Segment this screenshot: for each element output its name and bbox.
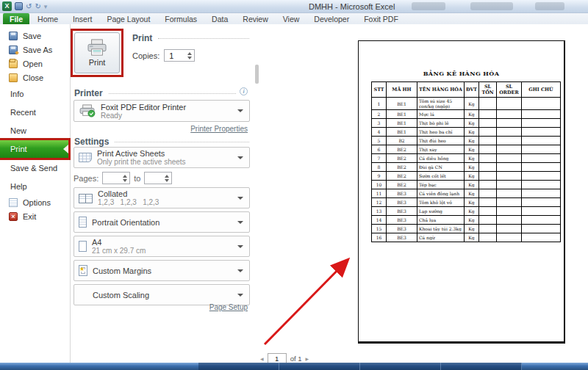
cell-sl-order — [497, 145, 522, 154]
printer-info-icon[interactable]: i — [240, 87, 248, 95]
excel-logo-icon[interactable]: X — [2, 1, 12, 11]
sidebar-item-help[interactable]: Help — [0, 177, 70, 195]
cell-ten-hang-hoa: Tôm sú size 45 con/kg (ngộp) — [417, 98, 465, 110]
sidebar-item-options[interactable]: Options — [0, 195, 70, 209]
table-row: 9 BE2 Sườn cốt lết Kg — [372, 172, 561, 181]
cell-stt: 1 — [372, 98, 387, 110]
page-count-label: of 1 — [290, 355, 302, 363]
next-page-icon[interactable]: ▶ — [305, 356, 309, 361]
cell-stt: 15 — [372, 225, 387, 233]
cell-stt: 5 — [372, 137, 387, 145]
cell-ghi-chu — [522, 98, 561, 110]
pages-to-stepper[interactable] — [144, 172, 172, 184]
sidebar-item-close[interactable]: Close — [0, 70, 70, 84]
paper-size-dropdown[interactable]: A4 21 cm x 29.7 cm — [74, 236, 250, 257]
settings-dropdown-list: Collated 1,2,3 1,2,3 1,2,3 Portrait Orie… — [74, 187, 250, 308]
tab-file[interactable]: File — [3, 13, 29, 24]
sidebar-item-info[interactable]: Info — [0, 84, 70, 103]
qat-customize-icon[interactable]: ▾ — [44, 3, 48, 10]
table-header-cell: GHI CHÚ — [522, 82, 561, 98]
collation-dropdown[interactable]: Collated 1,2,3 1,2,3 1,2,3 — [74, 187, 250, 208]
printer-select[interactable]: Foxit PDF Editor Printer Ready — [74, 100, 250, 122]
scaling-dropdown[interactable]: Custom Scaling — [74, 284, 250, 305]
cell-ten-hang-hoa: Thịt heo ba chỉ — [417, 128, 465, 137]
tab-page-layout[interactable]: Page Layout — [100, 13, 157, 24]
printer-status: Ready — [101, 112, 233, 120]
chevron-down-icon — [237, 294, 243, 297]
spinner-arrows-icon[interactable] — [165, 175, 169, 182]
tab-developer[interactable]: Developer — [307, 13, 356, 24]
sidebar-item-new[interactable]: New — [0, 121, 70, 139]
quick-access-toolbar: X ↺ ↻ ▾ — [2, 1, 47, 11]
active-sheets-icon — [79, 153, 92, 162]
print-button-annotation: Print — [71, 29, 123, 77]
margins-dropdown[interactable]: Custom Margins — [74, 260, 250, 281]
print-button[interactable]: Print — [74, 32, 120, 73]
cell-ghi-chu — [522, 233, 561, 242]
cell-dvt: Kg — [465, 233, 479, 242]
cell-sl-order — [497, 233, 522, 242]
tab-insert[interactable]: Insert — [66, 13, 98, 24]
cell-ghi-chu — [522, 225, 561, 233]
taskbar-button[interactable] — [360, 363, 441, 370]
taskbar-button[interactable] — [279, 363, 360, 370]
cell-stt: 10 — [372, 181, 387, 189]
window-title: DMHH - Microsoft Excel — [309, 2, 395, 11]
tab-data[interactable]: Data — [205, 13, 234, 24]
sidebar-item-open[interactable]: Open — [0, 57, 70, 70]
taskbar-button[interactable] — [198, 363, 279, 370]
sidebar-item-save-as[interactable]: Save As — [0, 43, 70, 57]
table-row: 3 BE1 Thịt bò phi lê Kg — [372, 119, 561, 128]
cell-sl-order — [497, 172, 522, 181]
cell-ma-hh: BE3 — [387, 233, 417, 242]
cell-dvt: Kg — [465, 98, 479, 110]
collated-icon — [79, 192, 93, 203]
tab-view[interactable]: View — [276, 13, 306, 24]
tab-formulas[interactable]: Formulas — [158, 13, 204, 24]
sidebar-item-exit[interactable]: Exit — [0, 209, 70, 223]
cell-sl-ton — [479, 181, 497, 189]
quick-save-icon[interactable] — [15, 2, 23, 10]
sidebar-item-save-and-send[interactable]: Save & Send — [0, 159, 70, 177]
cell-ma-hh: BE2 — [387, 154, 417, 163]
sidebar-item-save[interactable]: Save — [0, 29, 70, 43]
scrollbar-thumb[interactable] — [255, 65, 259, 84]
cell-sl-ton — [479, 233, 497, 242]
tab-foxit-pdf[interactable]: Foxit PDF — [357, 13, 405, 24]
table-header-cell: STT — [372, 82, 387, 98]
printer-properties-link[interactable]: Printer Properties — [190, 125, 248, 133]
chevron-down-icon — [237, 269, 243, 272]
printer-ready-icon — [79, 104, 96, 117]
windows-taskbar[interactable] — [0, 363, 588, 370]
goods-table: STTMÃ HHTÊN HÀNG HÓAĐVTSL TỒNSL ORDERGHI… — [371, 81, 561, 242]
cell-sl-order — [497, 137, 522, 145]
orientation-dropdown[interactable]: Portrait Orientation — [74, 211, 250, 233]
sidebar-item-recent[interactable]: Recent — [0, 103, 70, 121]
cell-ten-hang-hoa: Thịt đùi heo — [417, 137, 465, 145]
spinner-arrows-icon[interactable] — [123, 175, 127, 182]
undo-icon[interactable]: ↺ — [26, 2, 32, 10]
cell-dvt: Kg — [465, 154, 479, 163]
spinner-arrows-icon[interactable] — [187, 52, 192, 59]
cell-ma-hh: BE3 — [387, 198, 417, 207]
tab-home[interactable]: Home — [31, 13, 65, 24]
cell-ghi-chu — [522, 119, 561, 128]
cell-stt: 2 — [372, 110, 387, 119]
cell-ten-hang-hoa: Cá ngừ — [417, 233, 465, 242]
previous-page-icon[interactable]: ◀ — [260, 356, 264, 361]
print-what-dropdown[interactable]: Print Active Sheets Only print the activ… — [74, 147, 250, 168]
table-row: 16 BE3 Cá ngừ Kg — [372, 233, 561, 242]
cell-sl-order — [497, 119, 522, 128]
page-setup-link[interactable]: Page Setup — [209, 303, 248, 311]
pages-range-control: Pages: to — [74, 172, 172, 184]
redo-icon[interactable]: ↻ — [35, 2, 40, 10]
sidebar-item-print[interactable]: Print — [0, 140, 68, 158]
pages-from-stepper[interactable] — [102, 172, 130, 184]
tab-review[interactable]: Review — [236, 13, 274, 24]
taskbar-button[interactable] — [441, 363, 522, 370]
cell-stt: 11 — [372, 189, 387, 198]
copies-value: 1 — [169, 51, 173, 60]
current-page-input[interactable]: 1 — [268, 353, 287, 363]
open-folder-icon — [9, 59, 18, 68]
copies-stepper[interactable]: 1 — [164, 49, 195, 62]
